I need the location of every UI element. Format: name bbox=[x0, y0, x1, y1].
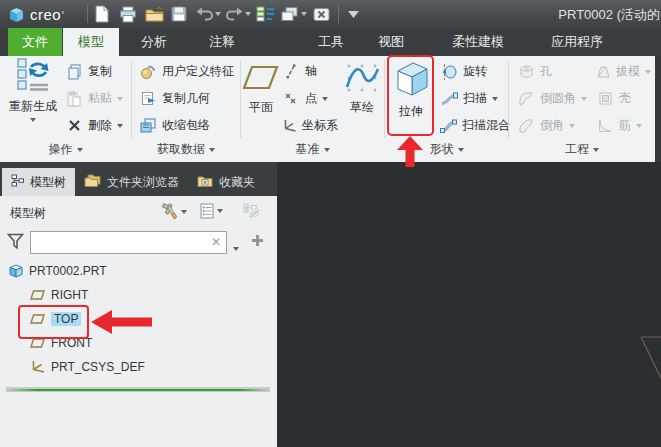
navigator-tab-bar: 模型树 文件夹浏览器 收藏夹 bbox=[0, 162, 277, 196]
shell-button[interactable]: 壳 bbox=[593, 87, 653, 111]
hole-button[interactable]: 孔 bbox=[514, 60, 590, 84]
tab-annotate[interactable]: 注释 bbox=[194, 28, 250, 56]
collapse-toolbar-icon[interactable] bbox=[347, 4, 360, 24]
new-file-button[interactable] bbox=[94, 4, 110, 24]
shrinkwrap-button[interactable]: 收缩包络 bbox=[136, 114, 240, 138]
show-hide-tree-button[interactable] bbox=[243, 203, 260, 218]
model-tree-filter-input[interactable] bbox=[30, 231, 227, 254]
copy-geometry-button[interactable]: 复制几何 bbox=[136, 87, 240, 111]
tab-tools[interactable]: 工具 bbox=[303, 28, 359, 56]
regenerate-list-button[interactable] bbox=[256, 4, 275, 24]
regenerate-icon bbox=[17, 58, 49, 95]
tab-folder-browser[interactable]: 文件夹浏览器 bbox=[75, 168, 188, 196]
draft-icon bbox=[596, 65, 611, 79]
model-tree-header: 模型树 bbox=[0, 196, 277, 228]
tree-item-front-plane[interactable]: FRONT bbox=[0, 331, 277, 355]
tab-analysis[interactable]: 分析 bbox=[126, 28, 182, 56]
point-dropdown-icon[interactable] bbox=[322, 97, 328, 101]
document-title: PRT0002 (活动的 bbox=[558, 6, 660, 24]
filter-dropdown-icon[interactable] bbox=[233, 240, 239, 254]
revolve-button[interactable]: 旋转 bbox=[437, 60, 507, 84]
tree-item-top-plane[interactable]: TOP bbox=[0, 307, 277, 331]
window-display-dropdown-icon[interactable] bbox=[301, 4, 307, 24]
model-tree-title: 模型树 bbox=[10, 205, 46, 222]
copy-icon bbox=[65, 64, 83, 80]
group-label-datum[interactable]: 基准 bbox=[241, 141, 384, 158]
tab-view[interactable]: 视图 bbox=[363, 28, 419, 56]
save-button[interactable] bbox=[171, 4, 187, 24]
chamfer-button[interactable]: 倒角 bbox=[514, 114, 590, 138]
paste-button[interactable]: 粘贴 bbox=[62, 87, 130, 111]
plane-button[interactable]: 平面 bbox=[243, 60, 279, 116]
graphics-viewport[interactable] bbox=[277, 162, 661, 447]
clear-filter-icon[interactable]: ✕ bbox=[211, 236, 221, 248]
extrude-button[interactable]: 拉伸 bbox=[390, 58, 432, 120]
regenerate-dropdown-icon[interactable] bbox=[30, 118, 36, 122]
round-dropdown-icon bbox=[581, 97, 587, 101]
close-window-button[interactable] bbox=[313, 4, 330, 24]
datum-plane-icon bbox=[30, 314, 45, 324]
tree-item-csys[interactable]: PRT_CSYS_DEF bbox=[0, 355, 277, 379]
axis-button[interactable]: 轴 bbox=[279, 60, 341, 84]
creo-logo-icon bbox=[8, 4, 25, 24]
paste-dropdown-icon bbox=[117, 97, 123, 101]
tab-file[interactable]: 文件 bbox=[8, 28, 62, 56]
undo-dropdown-icon[interactable] bbox=[215, 4, 221, 24]
hole-icon bbox=[517, 65, 535, 79]
group-label-shapes[interactable]: 形状 bbox=[385, 141, 508, 158]
tree-tools-button[interactable] bbox=[160, 203, 187, 220]
tree-display-settings-button[interactable] bbox=[200, 203, 223, 219]
redo-button[interactable] bbox=[226, 4, 243, 24]
undo-button[interactable] bbox=[196, 4, 213, 24]
sketch-button[interactable]: 草绘 bbox=[343, 60, 381, 116]
datum-plane-icon bbox=[30, 290, 45, 300]
redo-dropdown-icon[interactable] bbox=[245, 4, 251, 24]
coordinate-system-icon bbox=[30, 360, 45, 374]
window-display-button[interactable] bbox=[281, 4, 298, 24]
ribbon-tab-bar: 文件 模型 分析 注释 工具 视图 柔性建模 应用程序 bbox=[0, 28, 661, 56]
datum-plane-edge bbox=[277, 162, 661, 447]
sketch-icon bbox=[345, 60, 379, 96]
panel-splitter[interactable] bbox=[6, 387, 270, 392]
round-button[interactable]: 倒圆角 bbox=[514, 87, 590, 111]
tab-favorites[interactable]: 收藏夹 bbox=[188, 168, 264, 196]
tree-item-part[interactable]: PRT0002.PRT bbox=[0, 259, 277, 283]
user-defined-feature-button[interactable]: 用户定义特征 bbox=[136, 60, 240, 84]
delete-button[interactable]: 删除 bbox=[62, 114, 130, 138]
display-settings-dropdown-icon[interactable] bbox=[217, 209, 223, 213]
draft-button[interactable]: 拔模 bbox=[593, 60, 653, 84]
app-logo-text: creo° bbox=[30, 4, 64, 24]
open-button[interactable] bbox=[145, 4, 164, 24]
csys-button[interactable]: 坐标系 bbox=[279, 114, 341, 138]
print-button[interactable] bbox=[119, 4, 137, 24]
group-shapes: 拉伸 旋转 扫描 扫描混合 形状 bbox=[385, 56, 508, 162]
delete-dropdown-icon[interactable] bbox=[117, 124, 123, 128]
add-filter-button[interactable] bbox=[250, 233, 265, 251]
group-expand-icon bbox=[209, 148, 215, 152]
tab-flexible-modeling[interactable]: 柔性建模 bbox=[436, 28, 520, 56]
copy-button[interactable]: 复制 bbox=[62, 60, 130, 84]
tools-dropdown-icon[interactable] bbox=[181, 210, 187, 214]
tab-applications[interactable]: 应用程序 bbox=[535, 28, 619, 56]
group-expand-icon bbox=[458, 148, 464, 152]
regenerate-button[interactable]: 重新生成 bbox=[4, 58, 62, 122]
group-label-engineering[interactable]: 工程 bbox=[509, 141, 655, 158]
tab-model-tree[interactable]: 模型树 bbox=[2, 168, 75, 196]
rib-button[interactable]: 筋 bbox=[593, 114, 653, 138]
group-label-get-data[interactable]: 获取数据 bbox=[132, 141, 240, 158]
favorites-icon bbox=[197, 175, 213, 190]
sweep-button[interactable]: 扫描 bbox=[437, 87, 507, 111]
group-label-operations[interactable]: 操作 bbox=[0, 141, 131, 158]
revolve-icon bbox=[440, 64, 458, 80]
tab-model[interactable]: 模型 bbox=[63, 28, 119, 56]
sweep-icon bbox=[440, 92, 458, 105]
selected-tree-label: TOP bbox=[51, 312, 81, 326]
swept-blend-icon bbox=[440, 119, 457, 133]
filter-funnel-icon[interactable] bbox=[7, 233, 24, 253]
model-tree-icon bbox=[11, 174, 24, 190]
ribbon: 重新生成 复制 粘贴 删除 操作 bbox=[0, 56, 661, 162]
swept-blend-button[interactable]: 扫描混合 bbox=[437, 114, 507, 138]
tree-item-right-plane[interactable]: RIGHT bbox=[0, 283, 277, 307]
point-button[interactable]: 点 bbox=[279, 87, 341, 111]
sweep-dropdown-icon[interactable] bbox=[492, 97, 498, 101]
